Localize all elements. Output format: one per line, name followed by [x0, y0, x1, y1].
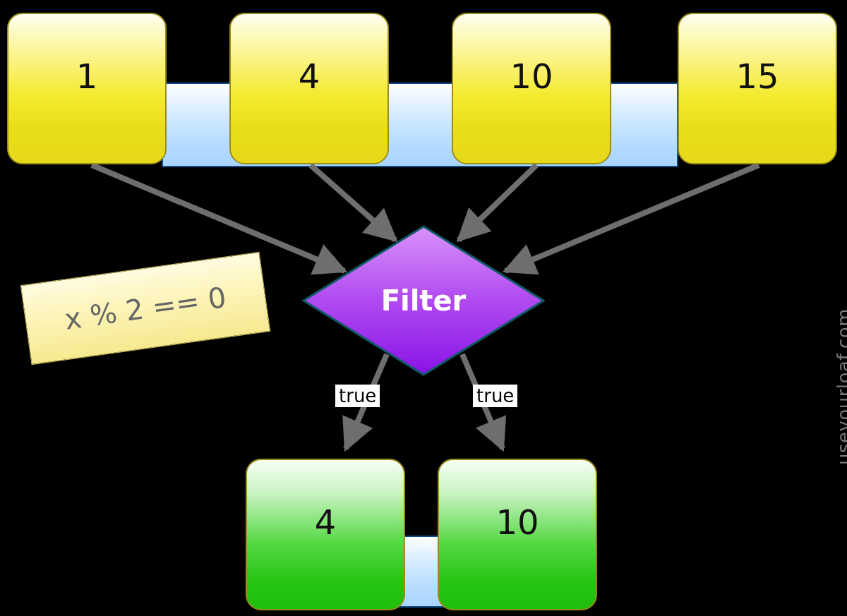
filter-node	[304, 227, 543, 375]
input-box-1: 1	[7, 13, 167, 164]
arrow-in-4	[505, 165, 759, 271]
input-value: 4	[299, 56, 320, 96]
output-value: 4	[315, 502, 337, 542]
input-box-4: 15	[678, 13, 837, 164]
predicate-text: x % 2 == 0	[63, 281, 229, 336]
edge-label-true-1: true	[335, 385, 380, 407]
output-value: 10	[495, 502, 539, 542]
diagram-stage: 1 4 10 15 4 10 Filter x % 2 == 0 true tr…	[0, 0, 847, 616]
output-box-2: 10	[438, 459, 597, 610]
arrow-in-3	[459, 165, 536, 240]
output-box-1: 4	[246, 459, 405, 610]
arrow-in-2	[311, 165, 395, 240]
input-box-3: 10	[452, 13, 611, 164]
input-value: 1	[76, 56, 98, 96]
arrow-in-1	[92, 165, 344, 271]
input-value: 15	[735, 56, 779, 96]
input-box-2: 4	[229, 13, 389, 164]
svg-marker-0	[304, 227, 543, 375]
watermark-text: useyourloaf.com	[834, 308, 847, 465]
input-value: 10	[510, 56, 553, 96]
edge-label-true-2: true	[473, 385, 517, 407]
